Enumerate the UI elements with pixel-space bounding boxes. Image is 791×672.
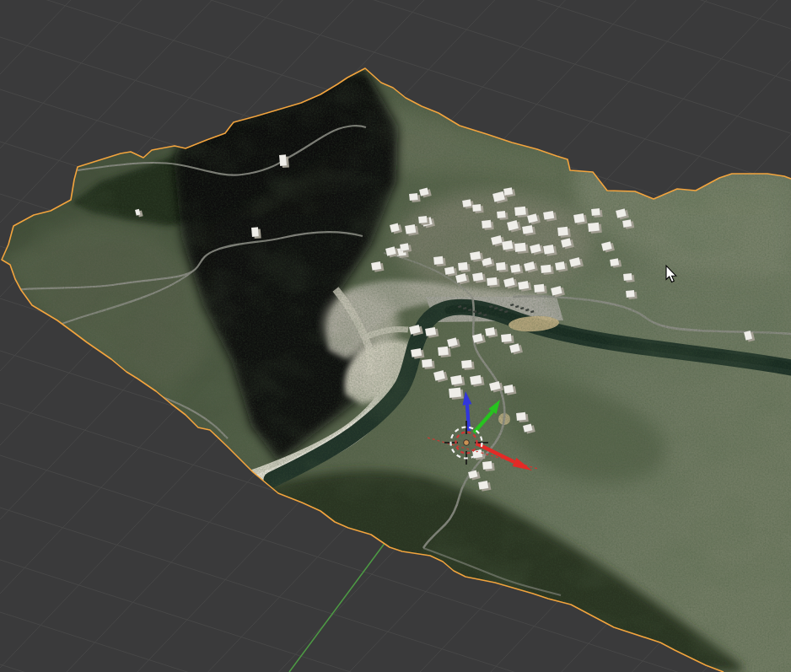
3d-viewport[interactable] (0, 0, 791, 672)
